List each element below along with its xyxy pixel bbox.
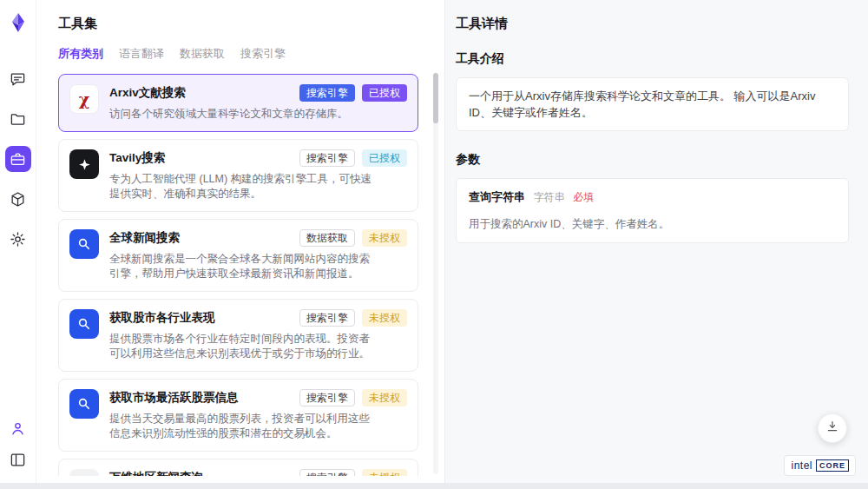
- parameter-box: 查询字符串 字符串 必填 用于搜索的Arxiv ID、关键字、作者姓名。: [456, 178, 849, 243]
- tool-card-description: 访问各个研究领域大量科学论文和文章的存储库。: [109, 107, 380, 122]
- doc-icon: [69, 469, 99, 476]
- tool-card-description: 提供当天交易量最高的股票列表，投资者可以利用这些信息来识别流动性强的股票和潜在的…: [109, 412, 380, 441]
- category-badge: 搜索引擎: [299, 469, 355, 476]
- category-badge: 数据获取: [299, 229, 355, 247]
- auth-status-badge: 未授权: [362, 389, 407, 406]
- tool-card[interactable]: 获取股市各行业表现 提供股票市场各个行业在特定时间段内的表现。投资者可以利用这些…: [58, 299, 418, 372]
- search-icon: [69, 229, 99, 259]
- sidebar-item-settings[interactable]: [5, 226, 31, 252]
- tab-搜索引擎[interactable]: 搜索引擎: [240, 46, 286, 62]
- intro-box: 一个用于从Arxiv存储库搜索科学论文和文章的工具。 输入可以是Arxiv ID…: [456, 77, 849, 131]
- sidebar-item-plugins[interactable]: [5, 186, 31, 212]
- tool-card-description: 提供股票市场各个行业在特定时间段内的表现。投资者可以利用这些信息来识别表现优于或…: [109, 332, 380, 361]
- panel-layout-icon: [10, 452, 26, 468]
- chat-icon: [10, 71, 26, 88]
- app-logo-icon: [8, 12, 29, 33]
- parameter-description: 用于搜索的Arxiv ID、关键字、作者姓名。: [469, 216, 836, 233]
- list-scrollbar-thumb[interactable]: [433, 73, 438, 123]
- tool-card[interactable]: 万维地区新闻查询 查询具体行政区划内的新闻，快速了解各地新闻动态。 搜索引擎 未…: [58, 459, 418, 476]
- user-icon: [10, 420, 26, 437]
- category-badge: 搜索引擎: [299, 84, 355, 102]
- briefcase-icon: [10, 151, 26, 168]
- category-tabs: 所有类别语言翻译数据获取搜索引擎: [58, 46, 444, 62]
- auth-status-badge: 已授权: [362, 149, 407, 167]
- tab-语言翻译[interactable]: 语言翻译: [119, 46, 164, 62]
- tab-数据获取[interactable]: 数据获取: [180, 46, 225, 62]
- tool-card-description: 专为人工智能代理 (LLM) 构建的搜索引擎工具，可快速提供实时、准确和真实的结…: [109, 172, 380, 202]
- arxiv-icon: χ: [69, 84, 99, 114]
- tool-card[interactable]: 获取市场最活跃股票信息 提供当天交易量最高的股票列表，投资者可以利用这些信息来识…: [58, 379, 418, 452]
- window-bottom-edge: [0, 483, 868, 489]
- intro-text: 一个用于从Arxiv存储库搜索科学论文和文章的工具。 输入可以是Arxiv ID…: [469, 89, 815, 119]
- sidebar-item-files[interactable]: [5, 106, 31, 132]
- tool-detail-panel: 工具详情 工具介绍 一个用于从Arxiv存储库搜索科学论文和文章的工具。 输入可…: [444, 0, 868, 483]
- download-icon: [825, 420, 839, 437]
- icon-rail: [0, 0, 36, 483]
- tool-card[interactable]: χ Arxiv文献搜索 访问各个研究领域大量科学论文和文章的存储库。 搜索引擎 …: [58, 74, 418, 132]
- detail-title: 工具详情: [456, 16, 849, 32]
- tool-list-panel: 工具集 所有类别语言翻译数据获取搜索引擎 χ Arxiv文献搜索 访问各个研究领…: [36, 0, 444, 483]
- cube-icon: [10, 191, 26, 208]
- parameter-type: 字符串: [534, 191, 565, 203]
- auth-status-badge: 已授权: [362, 84, 407, 102]
- page-title: 工具集: [58, 16, 444, 32]
- tool-card-description: 全球新闻搜索是一个聚合全球各大新闻网站内容的搜索引擎，帮助用户快速获取全球最新资…: [109, 252, 380, 281]
- tool-card[interactable]: Tavily搜索 专为人工智能代理 (LLM) 构建的搜索引擎工具，可快速提供实…: [58, 139, 418, 212]
- parameter-name: 查询字符串: [469, 190, 525, 203]
- tool-card-list: χ Arxiv文献搜索 访问各个研究领域大量科学论文和文章的存储库。 搜索引擎 …: [58, 74, 444, 476]
- search-icon: [69, 389, 99, 419]
- category-badge: 搜索引擎: [299, 389, 355, 406]
- category-badge: 搜索引擎: [299, 149, 355, 167]
- parameter-header: 查询字符串 字符串 必填: [469, 188, 836, 206]
- sidebar-item-tools[interactable]: [5, 146, 31, 172]
- sidebar-item-collapse[interactable]: [5, 446, 31, 472]
- sidebar-item-chat[interactable]: [5, 66, 31, 92]
- download-button[interactable]: [818, 413, 847, 443]
- list-scrollbar: [433, 73, 438, 474]
- intro-heading: 工具介绍: [456, 51, 849, 67]
- auth-status-badge: 未授权: [362, 469, 407, 476]
- gear-icon: [10, 231, 26, 248]
- sidebar-item-account[interactable]: [5, 415, 31, 441]
- app-window: 工具集 所有类别语言翻译数据获取搜索引擎 χ Arxiv文献搜索 访问各个研究领…: [0, 0, 868, 483]
- category-badge: 搜索引擎: [299, 309, 355, 327]
- intel-core-logo: intel CORE: [784, 455, 856, 476]
- tavily-icon: [69, 149, 99, 179]
- tab-所有类别[interactable]: 所有类别: [58, 46, 103, 62]
- parameter-required-badge: 必填: [573, 191, 594, 203]
- auth-status-badge: 未授权: [362, 309, 407, 327]
- folder-icon: [10, 111, 26, 128]
- tool-card[interactable]: 全球新闻搜索 全球新闻搜索是一个聚合全球各大新闻网站内容的搜索引擎，帮助用户快速…: [58, 219, 418, 292]
- params-heading: 参数: [456, 152, 849, 168]
- search-icon: [69, 309, 99, 339]
- auth-status-badge: 未授权: [362, 229, 407, 247]
